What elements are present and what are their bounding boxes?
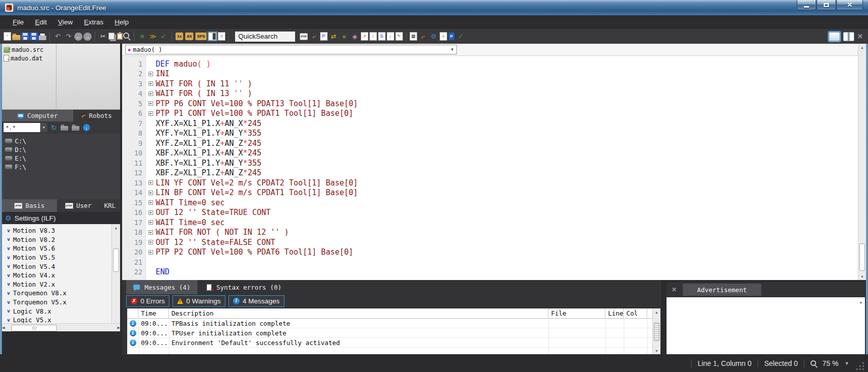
code-line[interactable]: 13+LIN YF CONT Vel=2 m/s CPDAT2 Tool[1] … xyxy=(122,178,858,188)
tab-messages-4[interactable]: Messages (4) xyxy=(126,280,197,294)
inline-form-icon[interactable]: PTP xyxy=(300,33,308,40)
menu-file[interactable]: File xyxy=(7,16,30,28)
close-icon[interactable]: ✕ xyxy=(672,286,677,293)
file-filter-combo[interactable]: *.* ▼ xyxy=(4,123,47,132)
editor-scrollbar[interactable]: ▲ ▼ xyxy=(858,44,866,280)
scroll-right-icon[interactable]: ▶ xyxy=(118,324,120,331)
tab-basis[interactable]: PTPBasis xyxy=(2,199,57,212)
doc-axis-icon[interactable]: ↕ xyxy=(369,32,377,41)
code-area[interactable]: 1DEF maduo( )2+INI3+WAIT FOR ( IN 11 '' … xyxy=(122,56,858,280)
close-pane-icon[interactable]: ✕ xyxy=(857,33,863,40)
drive-list[interactable]: C:\D:\E:\F:\ xyxy=(2,134,120,199)
doc-shift-icon[interactable]: ↗ xyxy=(361,32,368,41)
fold-expand-icon[interactable]: + xyxy=(149,91,153,96)
refresh-icon[interactable]: ↻ xyxy=(51,124,57,131)
maximize-button[interactable] xyxy=(817,0,836,10)
new-file-icon[interactable]: * xyxy=(4,32,11,41)
tab-user[interactable]: PTPUser xyxy=(57,199,100,212)
code-line[interactable]: 17+WAIT Time=0 sec xyxy=(122,218,858,228)
code-line[interactable]: 8XYF.Y=XL1_P1.Y+AN_Y*355 xyxy=(122,129,858,139)
tree-item[interactable]: ∨Motion V2.x xyxy=(2,280,111,289)
profinet-icon[interactable]: P xyxy=(449,33,454,40)
tab-syntax-errors-0[interactable]: Syntax errors (0) xyxy=(199,280,288,294)
tab-computer[interactable]: Computer xyxy=(2,110,73,121)
scroll-down-icon[interactable]: ▼ xyxy=(858,273,866,280)
code-line[interactable]: 1DEF maduo( ) xyxy=(122,59,858,69)
chevron-down-icon[interactable]: ∨ xyxy=(7,318,11,323)
redo-icon[interactable]: ↷ xyxy=(64,32,73,41)
filter-info-button[interactable]: i4 Messages xyxy=(228,295,284,307)
column-header-file[interactable]: File xyxy=(548,308,605,318)
scroll-up-icon[interactable]: ▲ xyxy=(653,308,660,316)
single-pane-button[interactable] xyxy=(829,32,840,41)
tree-item[interactable]: ∨Motion V5.6 xyxy=(2,244,111,253)
doc-download-icon[interactable]: ↓ xyxy=(387,32,394,41)
import-icon[interactable]: « xyxy=(339,32,349,41)
tree-scrollbar[interactable]: ▲ xyxy=(111,224,120,323)
chevron-down-icon[interactable]: ▼ xyxy=(40,123,47,132)
column-header-description[interactable]: Description xyxy=(169,308,548,318)
advertisement-tab[interactable]: Advertisement xyxy=(683,284,761,296)
scroll-up-icon[interactable]: ▲ xyxy=(112,224,120,231)
save-all-icon[interactable] xyxy=(30,33,38,40)
chevron-down-icon[interactable]: ∨ xyxy=(7,308,11,314)
chevron-down-icon[interactable]: ∨ xyxy=(7,291,11,296)
tree-item[interactable]: ∨Torquemon V5.x xyxy=(2,298,111,307)
fold-view-button[interactable] xyxy=(208,32,217,41)
code-line[interactable]: 9XYF.Z=XL1_P1.Z+AN_Z*245 xyxy=(122,138,858,148)
quicksearch-input[interactable]: QuickSearch xyxy=(235,32,295,42)
code-line[interactable]: 19+OUT 12 '' State=FALSE CONT xyxy=(122,237,858,247)
column-header-col[interactable]: Col xyxy=(624,308,647,318)
code-line[interactable]: 14+LIN BF CONT Vel=2 m/s CPDAT1 Tool[1] … xyxy=(122,188,858,198)
copy-icon[interactable] xyxy=(108,33,114,40)
doc-st-icon[interactable]: S xyxy=(378,32,386,41)
table-scrollbar[interactable]: ▲ ▼ xyxy=(652,308,660,354)
format-list-icon[interactable]: ≡ xyxy=(137,32,147,41)
function-combo[interactable]: ◆ maduo( ) ▼ xyxy=(125,45,457,54)
fold-expand-icon[interactable]: + xyxy=(149,111,153,116)
doc-view-icon[interactable]: ≡ xyxy=(218,32,225,41)
sps-button[interactable]: SPS xyxy=(195,33,207,40)
fold-expand-icon[interactable]: + xyxy=(149,81,153,86)
scroll-left-icon[interactable]: ◀ xyxy=(2,324,5,331)
chevron-down-icon[interactable]: ∨ xyxy=(7,228,11,233)
file-list[interactable]: maduo.srcmaduo.dat xyxy=(2,44,120,110)
tree-hscrollbar[interactable]: ◀ ▶ xyxy=(2,323,120,331)
undo-icon[interactable]: ↶ xyxy=(53,32,63,41)
open-folder-icon[interactable] xyxy=(12,35,20,40)
tree-item[interactable]: ∨Motion V8.3 xyxy=(2,226,111,235)
chevron-down-icon[interactable]: ▼ xyxy=(845,361,849,366)
menu-view[interactable]: View xyxy=(52,16,78,28)
tree-item[interactable]: ∨Motion V8.2 xyxy=(2,235,111,244)
save-icon[interactable] xyxy=(21,33,29,40)
code-line[interactable]: 3+WAIT FOR ( IN 11 '' ) xyxy=(122,79,858,89)
scrollbar-thumb[interactable] xyxy=(11,325,57,331)
code-line[interactable]: 10XBF.X=XL1_P1.X+AN_X*245 xyxy=(122,148,858,159)
code-line[interactable]: 16+OUT 12 '' State=TRUE CONT xyxy=(122,208,858,218)
chevron-down-icon[interactable]: ∨ xyxy=(7,255,11,260)
file-item[interactable]: maduo.dat xyxy=(2,54,120,63)
run-all-button[interactable]: All xyxy=(185,33,193,40)
column-header-line[interactable]: Line xyxy=(605,308,624,318)
calculator-icon[interactable]: ▦ xyxy=(410,32,417,41)
find-icon[interactable] xyxy=(123,33,129,39)
message-row[interactable]: i09:0...Environment 'Default' successful… xyxy=(127,338,652,348)
tree-item[interactable]: ∨Logic V5.x xyxy=(2,316,111,323)
message-row[interactable]: i09:0...TPBasis initialization complete xyxy=(127,319,652,328)
column-header-time[interactable]: Time xyxy=(138,308,169,318)
code-line[interactable]: 5+PTP P6 CONT Vel=100 % PDAT13 Tool[1] B… xyxy=(122,99,858,109)
drive-item[interactable]: C:\ xyxy=(2,137,120,145)
fold-expand-icon[interactable]: + xyxy=(149,220,153,225)
tree-item[interactable]: ∨Logic V8.x xyxy=(2,306,111,316)
chevron-down-icon[interactable]: ▼ xyxy=(448,47,456,52)
macro-folder-icon[interactable] xyxy=(61,126,68,131)
indent-icon[interactable]: ≫ xyxy=(148,32,158,41)
file-item[interactable]: maduo.src xyxy=(2,45,120,54)
chevron-down-icon[interactable]: ∨ xyxy=(7,273,11,278)
tree-item[interactable]: ∨Torquemon V8.x xyxy=(2,289,111,298)
chevron-down-icon[interactable]: ∨ xyxy=(7,237,11,242)
chevron-down-icon[interactable]: ∨ xyxy=(7,282,11,287)
tree-item[interactable]: ∨Motion V5.4 xyxy=(2,262,111,271)
fold-expand-icon[interactable]: + xyxy=(149,180,153,185)
robot-add-icon[interactable]: ⌐ xyxy=(417,30,429,42)
